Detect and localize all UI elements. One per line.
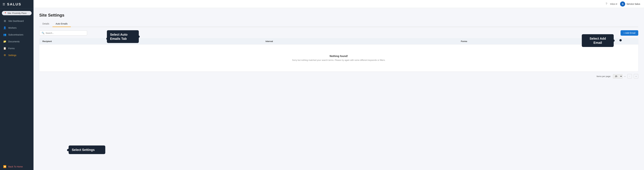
sidebar-item-label: Site Dashboard — [8, 20, 24, 22]
documents-icon: 📁 — [3, 40, 6, 43]
pagination-prev-button[interactable]: ‹ — [628, 74, 632, 78]
table-row: Nothing found! Sorry but nothing matched… — [39, 45, 638, 72]
subcontractors-icon: 👥 — [3, 33, 6, 36]
sidebar-item-label: Settings — [8, 54, 16, 56]
sidebar-item-label: Back To Home — [8, 166, 23, 168]
connector-dot-auto-emails — [106, 37, 108, 40]
col-forms: Forms — [458, 38, 638, 45]
tabs-bar: Details Auto Emails — [39, 21, 638, 27]
tab-details[interactable]: Details — [39, 21, 52, 27]
user-menu[interactable]: S Service Salus — [620, 1, 640, 6]
sidebar-item-back-home[interactable]: ⏪ Back To Home — [0, 163, 34, 170]
main-content-area: ? Inbox ▾ S Service Salus Site Settings … — [34, 0, 644, 170]
tooltip-settings: Select Settings — [68, 146, 105, 154]
page-title: Site Settings — [39, 13, 638, 18]
back-home-icon: ⏪ — [3, 165, 6, 168]
user-label: Service Salus — [626, 3, 640, 5]
search-box: 🔍 — [39, 30, 87, 35]
content-area: Site Settings Details Auto Emails 🔍 + Ad… — [34, 8, 644, 170]
avatar: S — [620, 1, 625, 6]
connector-dot-add-email — [620, 39, 622, 41]
settings-icon: ⚙ — [3, 54, 6, 57]
app-logo: SALUS — [7, 2, 22, 6]
sidebar-item-label: Forms — [8, 47, 15, 50]
pagination-next-button[interactable]: › — [634, 74, 638, 78]
topbar: ? Inbox ▾ S Service Salus — [34, 0, 644, 8]
sidebar-item-label: Documents — [8, 40, 20, 43]
sidebar-item-settings[interactable]: ⚙ Settings — [0, 52, 34, 59]
site-label: Site: Proximity Place — [8, 12, 26, 14]
table-body: Nothing found! Sorry but nothing matched… — [39, 45, 638, 72]
site-icon: 📍 — [4, 12, 6, 14]
actions-row: 🔍 + Add Email — [39, 30, 638, 36]
inbox-button[interactable]: Inbox ▾ — [610, 3, 617, 5]
sidebar-item-site-dashboard[interactable]: ⊞ Site Dashboard — [0, 17, 34, 24]
empty-state: Nothing found! Sorry but nothing matched… — [42, 47, 635, 69]
inbox-dropdown-icon: ▾ — [616, 3, 617, 5]
tab-auto-emails[interactable]: Auto Emails — [52, 21, 71, 27]
sidebar-item-forms[interactable]: 📋 Forms — [0, 45, 34, 52]
col-interval: Interval — [262, 38, 458, 45]
sidebar: ☰ SALUS 📍 Site: Proximity Place ⊞ Site D… — [0, 0, 34, 170]
inbox-label: Inbox — [610, 3, 616, 5]
col-recipient: Recipient — [39, 38, 262, 45]
emails-table: Recipient Interval Forms Nothing found! … — [39, 38, 638, 71]
table-header: Recipient Interval Forms — [39, 38, 638, 45]
empty-title: Nothing found! — [42, 55, 635, 58]
search-input[interactable] — [46, 32, 85, 34]
items-per-page-select[interactable]: 25 10 50 100 — [613, 74, 622, 78]
pagination-row: Items per page: 25 10 50 100 – ‹ › — [39, 74, 638, 78]
sidebar-item-workers[interactable]: 👤 Workers — [0, 24, 34, 31]
workers-icon: 👤 — [3, 26, 6, 29]
forms-icon: 📋 — [3, 47, 6, 50]
sidebar-item-label: Subcontractors — [8, 33, 23, 36]
pagination-separator: – — [624, 75, 626, 78]
items-per-page-label: Items per page: — [596, 75, 611, 78]
add-email-button[interactable]: + Add Email — [620, 30, 638, 36]
empty-message: Sorry but nothing matched your search te… — [42, 59, 635, 61]
sidebar-item-label: Workers — [8, 26, 16, 29]
hamburger-icon[interactable]: ☰ — [2, 2, 5, 6]
sidebar-item-subcontractors[interactable]: 👥 Subcontractors — [0, 31, 34, 38]
site-badge[interactable]: 📍 Site: Proximity Place — [2, 11, 32, 15]
dashboard-icon: ⊞ — [3, 19, 6, 22]
sidebar-item-documents[interactable]: 📁 Documents — [0, 38, 34, 45]
help-icon[interactable]: ? — [606, 2, 607, 5]
connector-dot-settings — [67, 149, 69, 151]
sidebar-header: ☰ SALUS — [0, 0, 34, 9]
search-icon: 🔍 — [42, 32, 44, 34]
